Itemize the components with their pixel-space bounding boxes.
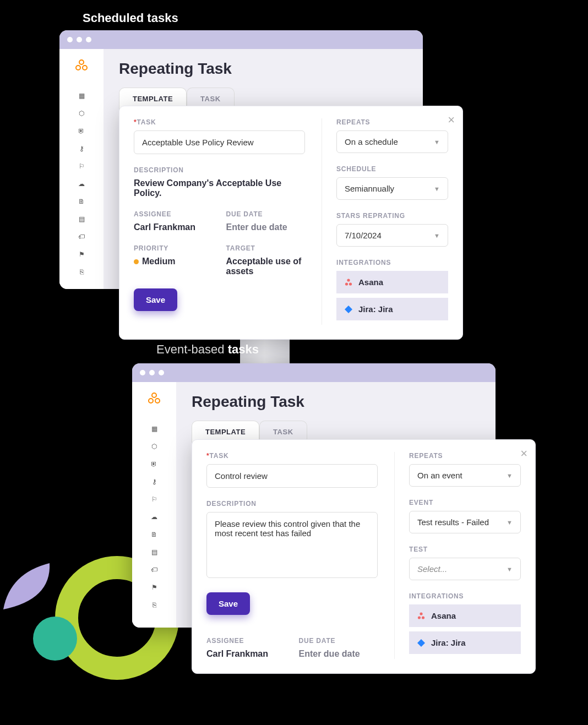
sidebar-item-icon[interactable]: ⛨ — [150, 460, 158, 468]
repeats-select[interactable]: On an event▼ — [409, 464, 521, 487]
integration-label: Asana — [358, 277, 383, 287]
svg-point-4 — [345, 282, 348, 285]
integrations-label: INTEGRATIONS — [336, 259, 448, 266]
sidebar-item-icon[interactable]: ▤ — [150, 548, 158, 556]
test-label: TEST — [409, 546, 521, 553]
section-label-scheduled: Scheduled tasks — [83, 11, 178, 25]
sidebar-item-icon[interactable]: ▤ — [78, 215, 85, 223]
sidebar-item-icon[interactable]: ⚷ — [150, 478, 158, 486]
sidebar-item-icon[interactable]: ⚷ — [78, 145, 85, 152]
task-name-input[interactable] — [134, 130, 305, 154]
window-dot — [67, 37, 73, 42]
priority-label: PRIORITY — [134, 244, 213, 252]
integration-jira[interactable]: Jira: Jira — [336, 298, 448, 320]
asana-icon — [344, 278, 353, 287]
target-label: TARGET — [226, 244, 306, 252]
schedule-select[interactable]: Semiannually▼ — [336, 177, 448, 200]
starts-date-select[interactable]: 7/10/2024▼ — [336, 224, 448, 247]
repeats-select[interactable]: On a schedule▼ — [336, 130, 448, 153]
target-value: Acceptable use of assets — [226, 257, 306, 276]
window-titlebar — [132, 363, 496, 382]
window-dot — [149, 370, 155, 375]
sidebar-item-icon[interactable]: 🏷 — [150, 566, 158, 574]
sidebar-item-icon[interactable]: ⎘ — [78, 268, 85, 276]
jira-icon — [417, 639, 426, 647]
window-dot — [77, 37, 82, 42]
page-title: Repeating Task — [192, 393, 480, 411]
chevron-down-icon: ▼ — [507, 519, 513, 526]
integration-jira[interactable]: Jira: Jira — [409, 631, 521, 654]
sidebar-item-icon[interactable]: 🏷 — [78, 233, 85, 241]
integrations-label: INTEGRATIONS — [409, 592, 521, 600]
description-label: DESCRIPTION — [134, 166, 305, 174]
app-logo-icon — [75, 59, 88, 75]
repeats-label: REPEATS — [409, 452, 521, 460]
duedate-value[interactable]: Enter due date — [299, 649, 378, 659]
integration-label: Jira: Jira — [431, 638, 466, 647]
task-panel-scheduled: × *TASK DESCRIPTION Review Company's Acc… — [119, 106, 463, 340]
svg-point-11 — [422, 616, 424, 619]
save-button[interactable]: Save — [206, 592, 250, 615]
svg-point-10 — [418, 616, 421, 619]
svg-point-5 — [349, 282, 352, 285]
assignee-label: ASSIGNEE — [206, 637, 286, 645]
sidebar-item-icon[interactable]: ▦ — [78, 92, 85, 100]
svg-point-7 — [149, 399, 153, 403]
task-label: *TASK — [206, 452, 378, 460]
priority-dot-icon — [134, 259, 139, 264]
window-dot — [159, 370, 164, 375]
assignee-value: Carl Frankman — [206, 649, 286, 659]
close-icon[interactable]: × — [520, 446, 527, 461]
schedule-label: SCHEDULE — [336, 165, 448, 173]
sidebar-item-icon[interactable]: ☁ — [78, 180, 85, 188]
event-select[interactable]: Test results - Failed▼ — [409, 511, 521, 533]
chevron-down-icon: ▼ — [434, 232, 440, 239]
svg-point-6 — [152, 393, 156, 397]
sidebar-item-icon[interactable]: ⚐ — [78, 162, 85, 170]
save-button[interactable]: Save — [134, 288, 177, 311]
sidebar-item-icon[interactable]: 🗎 — [150, 531, 158, 538]
sidebar-item-icon[interactable]: ☁ — [150, 513, 158, 521]
task-name-input[interactable] — [206, 464, 378, 488]
chevron-down-icon: ▼ — [507, 472, 513, 479]
description-textarea[interactable] — [206, 512, 378, 578]
window-dot — [86, 37, 91, 42]
sidebar-item-icon[interactable]: ⚑ — [78, 250, 85, 258]
task-label: *TASK — [134, 118, 305, 126]
priority-value: Medium — [134, 257, 213, 266]
starts-label: STARS REPRATING — [336, 212, 448, 220]
asana-icon — [417, 612, 426, 620]
test-select[interactable]: Select...▼ — [409, 558, 521, 580]
svg-point-8 — [155, 399, 160, 403]
description-label: DESCRIPTION — [206, 500, 378, 508]
integration-label: Asana — [431, 611, 456, 620]
task-panel-event-based: × *TASK DESCRIPTION Save ASSIGNEE Carl F… — [192, 439, 536, 674]
description-text: Review Company's Acceptable Use Policy. — [134, 178, 305, 198]
sidebar-item-icon[interactable]: ⬡ — [150, 443, 158, 450]
sidebar-item-icon[interactable]: ⎘ — [150, 601, 158, 609]
page-title: Repeating Task — [119, 60, 407, 78]
sidebar-item-icon[interactable]: ⚑ — [150, 584, 158, 591]
chevron-down-icon: ▼ — [434, 186, 440, 192]
window-dot — [140, 370, 145, 375]
window-titlebar — [59, 30, 423, 49]
svg-point-1 — [76, 66, 80, 70]
sidebar-item-icon[interactable]: ⚐ — [150, 495, 158, 503]
chevron-down-icon: ▼ — [434, 139, 440, 145]
integration-asana[interactable]: Asana — [336, 271, 448, 293]
integration-asana[interactable]: Asana — [409, 604, 521, 627]
duedate-label: DUE DATE — [299, 637, 378, 645]
sidebar-item-icon[interactable]: ⬡ — [78, 110, 85, 117]
decorative-dot — [33, 617, 77, 661]
assignee-value: Carl Frankman — [134, 222, 213, 232]
chevron-down-icon: ▼ — [507, 566, 513, 573]
jira-icon — [344, 305, 353, 314]
sidebar-item-icon[interactable]: ▦ — [150, 425, 158, 433]
app-logo-icon — [148, 392, 161, 408]
sidebar-item-icon[interactable]: ⛨ — [78, 127, 85, 135]
sidebar-item-icon[interactable]: 🗎 — [78, 198, 85, 205]
duedate-label: DUE DATE — [226, 210, 306, 218]
section-label-event-based: Event-based tasks — [156, 342, 259, 357]
duedate-value[interactable]: Enter due date — [226, 222, 306, 232]
close-icon[interactable]: × — [448, 113, 455, 127]
